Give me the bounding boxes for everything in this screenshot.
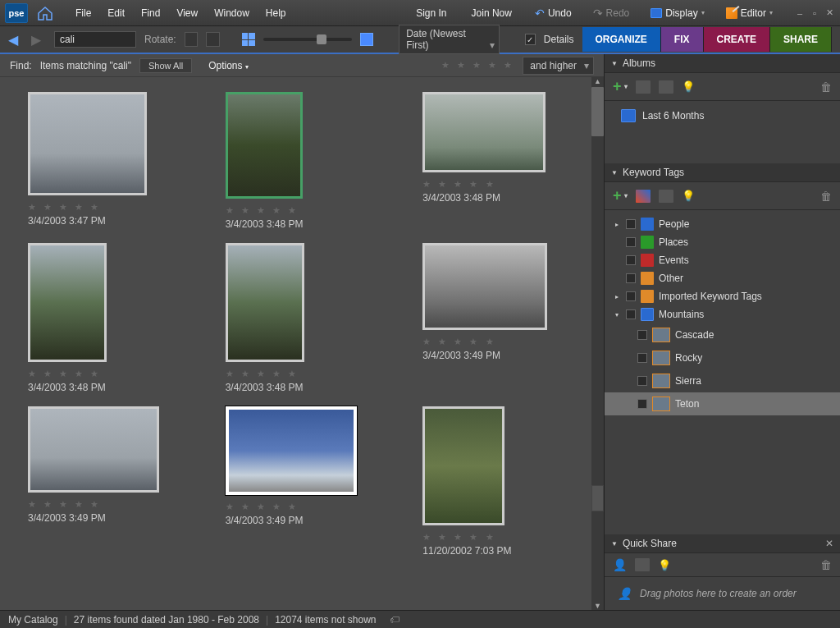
album-trash-icon[interactable]: 🗑 xyxy=(820,80,832,94)
tab-fix[interactable]: FIX xyxy=(661,27,704,52)
tag-checkbox[interactable] xyxy=(637,330,647,340)
tag-tool-2[interactable] xyxy=(659,190,673,203)
tag-category-places[interactable]: Places xyxy=(605,233,840,251)
tab-share[interactable]: SHARE xyxy=(770,27,832,52)
tag-checkbox[interactable] xyxy=(626,237,636,247)
tag-checkbox[interactable] xyxy=(626,219,636,229)
menu-edit[interactable]: Edit xyxy=(99,4,133,22)
thumbnail-image[interactable] xyxy=(226,406,357,495)
rating-filter-dropdown[interactable]: and higher xyxy=(523,57,594,75)
undo-button[interactable]: ↶Undo xyxy=(528,4,578,22)
tab-organize[interactable]: ORGANIZE xyxy=(582,27,661,52)
tag-category-mountains[interactable]: ▾Mountains xyxy=(605,305,840,323)
thumbnail-rating[interactable]: ★ ★ ★ ★ ★ xyxy=(28,499,101,510)
person-icon[interactable]: 👤 xyxy=(613,558,627,571)
maximize-button[interactable]: ▫ xyxy=(809,7,820,19)
details-checkbox[interactable]: ✓ xyxy=(525,34,536,45)
close-button[interactable]: ✕ xyxy=(824,7,835,19)
add-tag-button[interactable]: + xyxy=(613,187,628,204)
grid-view-button[interactable] xyxy=(242,33,255,46)
home-icon[interactable] xyxy=(34,4,56,22)
rotate-right-button[interactable] xyxy=(206,32,219,47)
tag-trash-icon[interactable]: 🗑 xyxy=(820,190,832,203)
tag-tool-1[interactable] xyxy=(636,190,651,203)
menu-file[interactable]: File xyxy=(67,4,99,22)
thumbnail-cell[interactable]: ★ ★ ★ ★ ★11/20/2002 7:03 PM xyxy=(406,400,604,563)
tag-item-sierra[interactable]: Sierra xyxy=(605,369,840,392)
albums-panel-header[interactable]: ▼Albums xyxy=(605,54,840,73)
thumbnail-rating[interactable]: ★ ★ ★ ★ ★ xyxy=(28,369,101,379)
thumbnail-rating[interactable]: ★ ★ ★ ★ ★ xyxy=(226,502,299,512)
tag-tips-icon[interactable]: 💡 xyxy=(682,190,695,202)
thumbnail-cell[interactable]: ★ ★ ★ ★ ★3/4/2003 3:49 PM xyxy=(406,236,604,400)
menu-window[interactable]: Window xyxy=(206,4,258,22)
keywords-panel-header[interactable]: ▼Keyword Tags xyxy=(605,163,840,182)
tab-create[interactable]: CREATE xyxy=(704,27,770,52)
display-dropdown[interactable]: Display▾ xyxy=(644,5,710,21)
thumbnail-rating[interactable]: ★ ★ ★ ★ ★ xyxy=(28,202,101,213)
thumbnail-rating[interactable]: ★ ★ ★ ★ ★ xyxy=(226,369,299,379)
menu-find[interactable]: Find xyxy=(133,4,168,22)
thumbnail-image[interactable] xyxy=(226,243,304,362)
thumbnail-image[interactable] xyxy=(226,92,303,199)
scrollbar[interactable]: ▲ ▼ xyxy=(591,77,604,610)
album-tool-2[interactable] xyxy=(659,80,673,94)
tag-item-rocky[interactable]: Rocky xyxy=(605,346,840,369)
quickshare-close-icon[interactable]: ✕ xyxy=(825,538,833,549)
quickshare-trash-icon[interactable]: 🗑 xyxy=(820,558,832,571)
thumbnail-image[interactable] xyxy=(422,406,504,525)
single-view-button[interactable] xyxy=(360,33,373,46)
scroll-handle[interactable] xyxy=(591,485,604,511)
thumbnail-size-slider[interactable] xyxy=(263,38,352,41)
sort-dropdown[interactable]: Date (Newest First) xyxy=(399,25,500,54)
thumbnail-rating[interactable]: ★ ★ ★ ★ ★ xyxy=(422,179,495,190)
tag-checkbox[interactable] xyxy=(637,399,647,409)
thumbnail-rating[interactable]: ★ ★ ★ ★ ★ xyxy=(422,532,495,543)
thumbnail-image[interactable] xyxy=(422,92,546,172)
album-tips-icon[interactable]: 💡 xyxy=(682,80,695,93)
signin-link[interactable]: Sign In xyxy=(408,4,454,22)
editor-dropdown[interactable]: Editor▾ xyxy=(719,5,779,21)
tag-category-events[interactable]: Events xyxy=(605,251,840,269)
menu-help[interactable]: Help xyxy=(258,4,294,22)
options-dropdown[interactable]: Options ▾ xyxy=(200,57,257,75)
quickshare-panel-header[interactable]: ▼Quick Share✕ xyxy=(605,534,840,553)
quickshare-tips-icon[interactable]: 💡 xyxy=(658,559,671,571)
quickshare-dropzone[interactable]: 👤 Drag photos here to create an order xyxy=(605,577,840,610)
thumbnail-image[interactable] xyxy=(28,243,107,362)
tag-category-imported-keyword-tags[interactable]: ▸Imported Keyword Tags xyxy=(605,287,840,305)
tag-checkbox[interactable] xyxy=(626,273,636,283)
album-tool-1[interactable] xyxy=(636,80,651,94)
thumbnail-cell[interactable]: ★ ★ ★ ★ ★3/4/2003 3:47 PM xyxy=(11,85,209,236)
album-item[interactable]: Last 6 Months xyxy=(605,106,840,126)
tag-category-people[interactable]: ▸People xyxy=(605,215,840,233)
tag-checkbox[interactable] xyxy=(626,309,636,319)
thumbnail-image[interactable] xyxy=(28,92,147,195)
tag-checkbox[interactable] xyxy=(637,376,647,386)
tag-category-other[interactable]: Other xyxy=(605,269,840,287)
thumbnail-cell[interactable]: ★ ★ ★ ★ ★3/4/2003 3:48 PM xyxy=(11,236,209,400)
tag-item-cascade[interactable]: Cascade xyxy=(605,323,840,346)
thumbnail-cell[interactable]: ★ ★ ★ ★ ★3/4/2003 3:49 PM xyxy=(209,400,407,563)
add-album-button[interactable]: + xyxy=(613,78,628,95)
search-input[interactable] xyxy=(54,31,136,48)
thumbnail-cell[interactable]: ★ ★ ★ ★ ★3/4/2003 3:49 PM xyxy=(11,400,209,563)
rotate-left-button[interactable] xyxy=(185,32,198,47)
rating-filter-stars[interactable]: ★ ★ ★ ★ ★ xyxy=(441,60,514,71)
quickshare-tool[interactable] xyxy=(635,558,650,571)
nav-back-button[interactable]: ◀ xyxy=(8,32,23,47)
menu-view[interactable]: View xyxy=(168,4,206,22)
tag-checkbox[interactable] xyxy=(626,291,636,301)
thumbnail-cell[interactable]: ★ ★ ★ ★ ★3/4/2003 3:48 PM xyxy=(209,236,407,400)
tag-checkbox[interactable] xyxy=(626,255,636,265)
thumbnail-image[interactable] xyxy=(28,406,159,493)
thumbnail-rating[interactable]: ★ ★ ★ ★ ★ xyxy=(226,205,299,216)
app-logo[interactable]: pse xyxy=(5,3,28,23)
scrollbar-thumb[interactable] xyxy=(591,87,604,136)
thumbnail-cell[interactable]: ★ ★ ★ ★ ★3/4/2003 3:48 PM xyxy=(209,85,407,236)
minimize-button[interactable]: – xyxy=(794,7,806,19)
show-all-button[interactable]: Show All xyxy=(139,58,192,73)
tag-item-teton[interactable]: Teton xyxy=(605,392,840,415)
tag-checkbox[interactable] xyxy=(637,353,647,363)
thumbnail-image[interactable] xyxy=(422,243,547,330)
